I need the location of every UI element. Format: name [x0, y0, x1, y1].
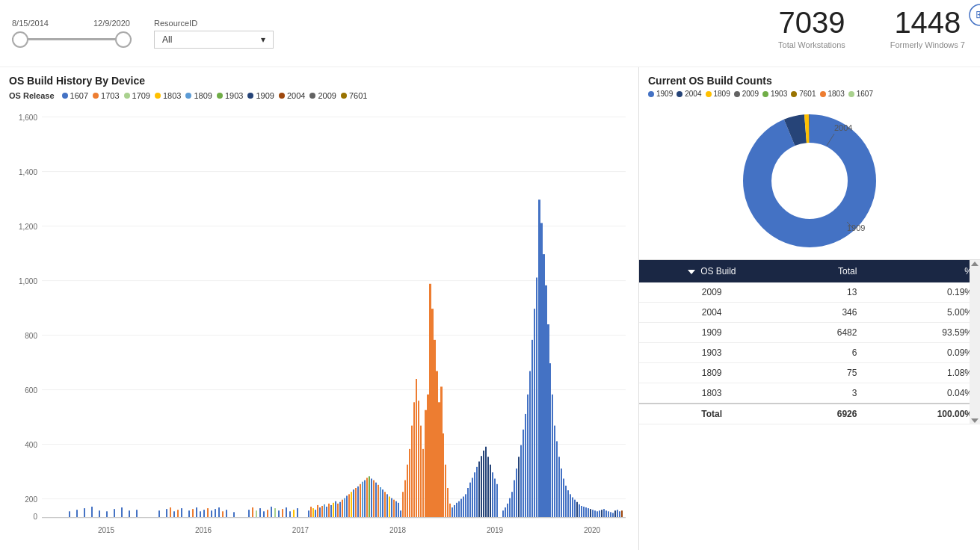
svg-rect-99 [375, 483, 377, 518]
donut-legend-item-1809[interactable]: 1809 [706, 90, 730, 98]
svg-rect-50 [215, 509, 216, 517]
svg-rect-155 [505, 507, 506, 518]
svg-text:1,600: 1,600 [19, 114, 37, 122]
svg-text:800: 800 [25, 332, 37, 340]
svg-rect-157 [509, 498, 511, 518]
svg-rect-42 [181, 508, 182, 518]
table-row[interactable]: 1903 6 0.09% [639, 343, 980, 363]
svg-rect-131 [447, 488, 449, 518]
col-header-pct[interactable]: % [864, 260, 980, 282]
slider-thumb-left[interactable] [12, 31, 28, 48]
svg-rect-111 [402, 492, 404, 517]
date-slider[interactable] [12, 31, 132, 49]
table-row[interactable]: 1909 6482 93.59% [639, 323, 980, 343]
svg-rect-112 [404, 481, 406, 518]
svg-rect-178 [556, 441, 558, 517]
svg-rect-41 [177, 510, 179, 517]
donut-legend-item-1803[interactable]: 1803 [820, 90, 845, 98]
cell-total: 75 [784, 363, 864, 383]
svg-rect-106 [391, 498, 392, 518]
legend-item-1803[interactable]: 1803 [155, 91, 181, 100]
svg-rect-207 [621, 510, 623, 517]
legend-dot-2009 [309, 93, 315, 99]
bar-chart-svg: 1,600 1,400 1,200 1,000 800 600 400 200 … [9, 106, 629, 543]
donut-legend-item-2009[interactable]: 2009 [734, 90, 759, 98]
svg-rect-203 [612, 513, 614, 517]
svg-rect-152 [494, 478, 496, 517]
svg-text:2020: 2020 [584, 526, 601, 534]
cell-pct: 5.00% [864, 303, 980, 323]
col-header-sort[interactable]: OS Build [639, 260, 784, 282]
svg-rect-114 [409, 449, 410, 518]
cell-pct: 0.09% [864, 343, 980, 363]
cell-total: 13 [784, 282, 864, 303]
legend-dot-7601 [341, 93, 347, 99]
donut-legend-item-7601[interactable]: 7601 [791, 90, 816, 98]
legend-item-1709[interactable]: 1709 [124, 91, 150, 100]
svg-rect-80 [333, 503, 334, 518]
table-row[interactable]: 1809 75 1.08% [639, 363, 980, 383]
legend-item-2004[interactable]: 2004 [279, 91, 305, 100]
legend-item-1607[interactable]: 1607 [62, 91, 88, 100]
svg-rect-193 [590, 509, 591, 517]
svg-rect-137 [460, 499, 462, 518]
legend-item-1703[interactable]: 1703 [93, 91, 119, 100]
svg-rect-199 [603, 509, 605, 517]
kpi-total-workstations: 7039 Total Workstations [778, 6, 845, 49]
table-scrollbar[interactable] [970, 260, 980, 424]
donut-label-2004: 2004 [834, 123, 852, 132]
donut-legend-item-2004[interactable]: 2004 [677, 90, 701, 98]
legend-item-7601[interactable]: 7601 [341, 91, 367, 100]
donut-legend-item-1909[interactable]: 1909 [648, 90, 673, 98]
svg-rect-32 [106, 511, 108, 517]
col-header-total[interactable]: Total [784, 260, 864, 282]
donut-section: Current OS Build Counts 1909 2004 1809 2… [639, 67, 980, 260]
donut-legend-item-1607[interactable]: 1607 [848, 90, 873, 98]
svg-rect-94 [364, 481, 366, 518]
donut-legend-item-1903[interactable]: 1903 [762, 90, 787, 98]
legend-dot-1809 [185, 93, 191, 99]
svg-rect-139 [465, 494, 466, 517]
svg-rect-71 [312, 508, 314, 518]
slider-thumb-right[interactable] [115, 31, 132, 48]
table-row[interactable]: 2009 13 0.19% [639, 282, 980, 303]
svg-rect-159 [514, 481, 515, 518]
kpi-section: 7039 Total Workstations ⊞ 1448 Formerly … [778, 6, 965, 49]
svg-rect-121 [425, 410, 427, 518]
svg-rect-101 [380, 487, 381, 518]
kpi1-number: 7039 [778, 6, 845, 39]
svg-rect-60 [267, 510, 268, 517]
resource-dropdown[interactable]: All ▾ [154, 31, 274, 49]
svg-rect-48 [207, 508, 209, 518]
svg-rect-192 [588, 508, 589, 518]
svg-rect-28 [76, 510, 78, 517]
table-row[interactable]: 1803 3 0.04% [639, 383, 980, 404]
svg-rect-30 [91, 507, 93, 518]
svg-rect-57 [256, 510, 257, 517]
scroll-up-icon[interactable] [971, 262, 979, 266]
svg-rect-82 [337, 504, 339, 518]
left-panel: OS Build History By Device OS Release 16… [0, 67, 639, 550]
chart-legend: OS Release 1607 1703 1709 1803 1809 [9, 91, 629, 100]
svg-rect-55 [248, 510, 250, 517]
svg-rect-117 [416, 379, 417, 518]
svg-rect-170 [538, 200, 540, 517]
svg-rect-67 [293, 510, 295, 517]
donut-dot-1809 [706, 91, 712, 97]
windows-icon: ⊞ [968, 3, 980, 27]
svg-rect-186 [574, 500, 576, 518]
table-header-row: OS Build Total % [639, 260, 980, 282]
svg-rect-144 [476, 467, 478, 518]
legend-item-1903[interactable]: 1903 [217, 91, 243, 100]
svg-rect-153 [496, 484, 498, 518]
legend-item-2009[interactable]: 2009 [309, 91, 336, 100]
svg-text:2017: 2017 [292, 526, 309, 534]
svg-rect-175 [549, 363, 551, 517]
scroll-down-icon[interactable] [971, 418, 979, 423]
svg-rect-46 [200, 511, 201, 517]
legend-item-1909[interactable]: 1909 [247, 91, 274, 100]
svg-text:2016: 2016 [195, 526, 212, 534]
table-row[interactable]: 2004 346 5.00% [639, 303, 980, 323]
legend-item-1809[interactable]: 1809 [185, 91, 212, 100]
svg-rect-77 [326, 507, 327, 518]
